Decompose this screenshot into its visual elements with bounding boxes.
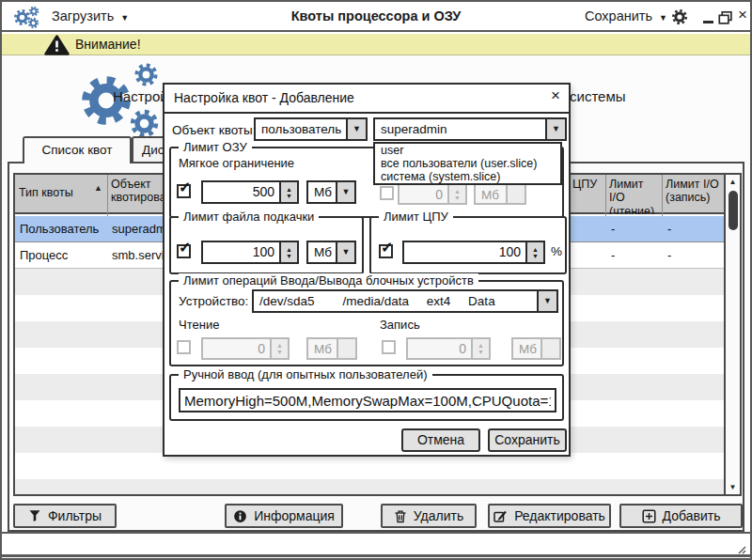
write-limit-unit-dropdown: Мб [511, 337, 561, 360]
swap-limit-spinner[interactable]: 100 ▲▼ [201, 241, 299, 264]
io-limit-group: Лимит операций Ввода/Вывода блочных устр… [169, 280, 564, 366]
spinner-down-icon: ▼ [478, 349, 484, 355]
scroll-up-button[interactable]: ▲ [726, 175, 740, 189]
scroll-down-button[interactable]: ▼ [726, 480, 740, 494]
filter-funnel-icon [28, 509, 41, 522]
resize-grip[interactable] [733, 541, 746, 554]
cpu-limit-checkbox[interactable]: ✓ [379, 244, 393, 258]
chevron-down-icon [540, 339, 559, 358]
dropdown-option[interactable]: система (system.slice) [375, 170, 560, 183]
warning-triangle-icon [44, 35, 70, 55]
quota-target-combobox[interactable]: superadmin ▼ [373, 117, 567, 141]
cancel-button[interactable]: Отмена [401, 428, 480, 452]
add-plus-icon [642, 509, 656, 523]
dialog-title: Настройка квот - Добавление [174, 90, 354, 105]
cell-io-read: - [611, 242, 658, 269]
spinner-down-icon: ▼ [454, 194, 461, 201]
hard-limit-checkbox[interactable] [380, 186, 394, 200]
edit-pencil-icon [494, 509, 508, 522]
delete-button[interactable]: Удалить [381, 504, 477, 528]
scrollbar-thumb[interactable] [728, 191, 738, 230]
spinner-value: 0 [203, 339, 270, 358]
cell-io-read: - [611, 216, 658, 242]
dropdown-arrow-glyph: ▼ [543, 296, 552, 305]
tab-label: Список квот [42, 143, 113, 157]
quota-settings-dialog: Настройка квот - Добавление × Объект кво… [163, 83, 571, 457]
info-icon [233, 509, 247, 523]
ram-limit-legend: Лимит ОЗУ [179, 140, 252, 154]
cell-io-write: - [667, 242, 714, 269]
chevron-down-icon[interactable]: ▼ [346, 119, 366, 139]
dropdown-arrow-glyph: ▼ [342, 247, 351, 257]
column-header-io-read[interactable]: Лимит I/O (чтение) [605, 175, 662, 214]
spinner-stepper[interactable]: ▲▼ [525, 242, 543, 262]
unit-value: Мб [308, 339, 337, 358]
column-header-type[interactable]: Тип квоты ▲ [15, 175, 107, 214]
spinner-stepper[interactable]: ▲▼ [279, 182, 297, 202]
button-label: Удалить [414, 508, 463, 523]
info-button[interactable]: Информация [225, 504, 343, 528]
vertical-scrollbar[interactable]: ▲ ▼ [724, 175, 740, 494]
status-bar [2, 532, 750, 554]
read-label: Чтение [179, 318, 219, 332]
column-header-io-write[interactable]: Лимит I/O (запись) [662, 175, 724, 214]
percent-label: % [551, 244, 562, 258]
checkmark-icon: ✓ [179, 239, 191, 257]
caret-down-icon: ▼ [659, 13, 667, 23]
maximize-button[interactable] [718, 9, 733, 26]
trash-icon [394, 509, 407, 523]
spinner-value: 0 [408, 339, 471, 358]
sort-asc-icon: ▲ [94, 183, 102, 193]
device-label: Устройство: [179, 294, 248, 308]
soft-limit-checkbox[interactable]: ✓ [177, 184, 191, 198]
soft-limit-unit-dropdown[interactable]: Мб ▼ [306, 180, 356, 204]
edit-button[interactable]: Редактировать [488, 504, 611, 528]
chevron-down-icon[interactable]: ▼ [545, 119, 565, 139]
spinner-up-icon: ▲ [478, 342, 484, 349]
spinner-down-icon: ▼ [532, 253, 539, 259]
minimize-button[interactable] [701, 8, 716, 24]
save-menu-label: Сохранить [585, 8, 652, 23]
page-heading-left: Настрой [113, 88, 168, 104]
write-limit-checkbox[interactable] [382, 340, 396, 354]
warning-label: Внимание! [75, 37, 141, 53]
spinner-stepper[interactable]: ▲▼ [279, 242, 297, 262]
chevron-down-icon[interactable]: ▼ [336, 182, 354, 202]
swap-limit-checkbox[interactable]: ✓ [177, 244, 191, 258]
quota-type-combobox[interactable]: пользователь ▼ [254, 117, 368, 141]
spinner-up-icon: ▲ [276, 342, 283, 349]
device-combobox[interactable]: /dev/sda5 /media/data ext4 Data ▼ [252, 289, 558, 313]
cpu-limit-group: Лимит ЦПУ ✓ 100 ▲▼ % [369, 216, 567, 274]
spinner-up-icon: ▲ [454, 188, 461, 194]
manual-input-field[interactable] [179, 388, 556, 412]
chevron-down-icon [506, 185, 525, 203]
add-button[interactable]: Добавить [619, 504, 743, 528]
manual-input-group: Ручной ввод (для опытных пользователей) [169, 374, 564, 421]
quota-object-label: Объект квоты: [172, 123, 257, 137]
tab-quota-list[interactable]: Список квот [23, 136, 132, 163]
save-menu-button[interactable]: Сохранить▼ [585, 2, 667, 30]
dialog-close-button[interactable]: × [551, 86, 560, 105]
spinner-down-icon: ▼ [286, 253, 292, 259]
dropdown-option[interactable]: все пользователи (user.slice) [375, 157, 560, 170]
spinner-value: 0 [400, 185, 447, 203]
warning-banner[interactable]: Внимание! [2, 34, 750, 55]
chevron-down-icon[interactable]: ▼ [537, 291, 556, 311]
swap-limit-unit-dropdown[interactable]: Мб ▼ [306, 241, 356, 264]
hard-limit-unit-dropdown: Мб [474, 183, 526, 205]
cpu-limit-spinner[interactable]: 100 ▲▼ [402, 241, 545, 264]
soft-limit-spinner[interactable]: 500 ▲▼ [201, 180, 299, 204]
filters-button[interactable]: Фильтры [13, 504, 117, 528]
read-limit-checkbox[interactable] [177, 340, 191, 354]
settings-gear-icon[interactable] [671, 8, 688, 25]
save-button[interactable]: Сохранить [488, 428, 567, 452]
close-icon: × [738, 6, 747, 23]
spinner-value: 500 [203, 182, 279, 202]
close-button[interactable]: × [735, 6, 750, 23]
read-limit-spinner: 0 ▲▼ [201, 337, 290, 360]
chevron-down-icon[interactable]: ▼ [336, 242, 354, 262]
manual-input-legend: Ручной ввод (для опытных пользователей) [179, 367, 432, 381]
app-window: Загрузить▼ Квоты процессора и ОЗУ Сохран… [0, 0, 752, 560]
dropdown-option[interactable]: user [375, 144, 560, 157]
cell-quota-type: Процесс [20, 242, 104, 269]
